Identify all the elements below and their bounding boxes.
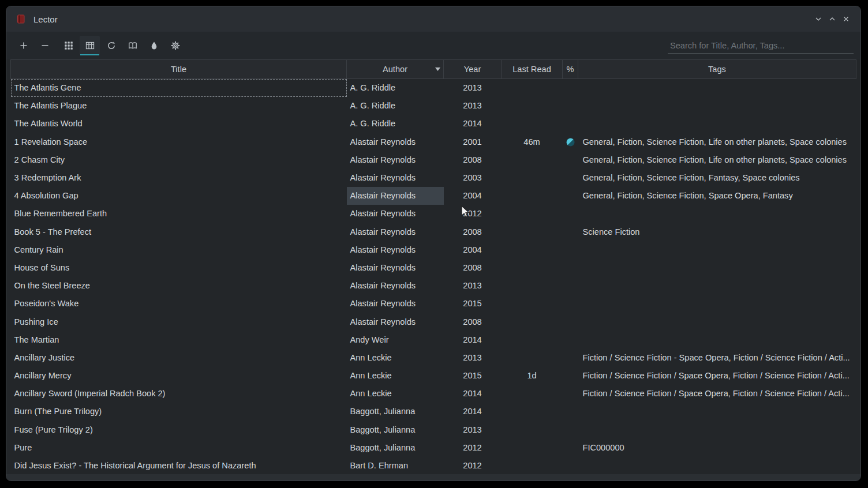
book-author-cell[interactable]: Alastair Reynolds xyxy=(347,313,444,331)
column-header-last_read[interactable]: Last Read xyxy=(502,60,563,79)
book-lastread-cell[interactable] xyxy=(502,403,563,421)
book-tags-cell[interactable]: General, Fiction, Science Fiction, Life … xyxy=(578,151,856,168)
book-title-cell[interactable]: Pure xyxy=(11,438,347,456)
book-year-cell[interactable]: 2004 xyxy=(444,241,502,258)
book-lastread-cell[interactable] xyxy=(502,331,563,348)
book-title-cell[interactable]: Ancillary Justice xyxy=(11,348,347,366)
book-lastread-cell[interactable] xyxy=(502,187,563,205)
book-author-cell[interactable]: Ann Leckie xyxy=(347,385,444,403)
table-row[interactable]: PureBaggott, Julianna2012FIC000000 xyxy=(11,438,856,456)
book-title-cell[interactable]: 1 Revelation Space xyxy=(11,133,347,151)
table-row[interactable]: Century RainAlastair Reynolds2004 xyxy=(11,241,856,258)
book-progress-cell[interactable] xyxy=(563,258,578,276)
book-year-cell[interactable]: 2015 xyxy=(444,367,502,385)
book-progress-cell[interactable] xyxy=(563,187,578,205)
table-row[interactable]: Fuse (Pure Trilogy 2)Baggott, Julianna20… xyxy=(11,421,856,438)
book-title-cell[interactable]: Did Jesus Exist? - The Historical Argume… xyxy=(11,456,347,474)
column-header-percent[interactable]: % xyxy=(563,60,578,79)
book-title-cell[interactable]: House of Suns xyxy=(11,258,347,276)
book-lastread-cell[interactable] xyxy=(502,205,563,223)
book-title-cell[interactable]: Burn (The Pure Trilogy) xyxy=(11,403,347,421)
column-header-tags[interactable]: Tags xyxy=(578,60,856,79)
book-author-cell[interactable]: Alastair Reynolds xyxy=(347,223,444,241)
book-title-cell[interactable]: 4 Absolution Gap xyxy=(11,187,347,205)
book-progress-cell[interactable] xyxy=(563,456,578,474)
book-lastread-cell[interactable] xyxy=(502,79,563,97)
book-tags-cell[interactable] xyxy=(578,79,856,97)
book-title-cell[interactable]: The Atlantis Gene xyxy=(11,79,347,97)
book-title-cell[interactable]: Blue Remembered Earth xyxy=(11,205,347,223)
book-author-cell[interactable]: Bart D. Ehrman xyxy=(347,456,444,474)
book-lastread-cell[interactable]: 46m xyxy=(502,133,563,151)
table-row[interactable]: The Atlantis PlagueA. G. Riddle2013 xyxy=(11,97,856,115)
book-year-cell[interactable]: 2003 xyxy=(444,168,502,186)
book-lastread-cell[interactable] xyxy=(502,295,563,313)
book-author-cell[interactable]: Alastair Reynolds xyxy=(347,133,444,151)
book-lastread-cell[interactable] xyxy=(502,258,563,276)
book-lastread-cell[interactable] xyxy=(502,277,563,295)
book-author-cell[interactable]: A. G. Riddle xyxy=(347,97,444,115)
book-progress-cell[interactable] xyxy=(563,313,578,331)
table-row[interactable]: Poseidon's WakeAlastair Reynolds2015 xyxy=(11,295,856,313)
book-tags-cell[interactable] xyxy=(578,456,856,474)
book-year-cell[interactable]: 2001 xyxy=(444,133,502,151)
book-tags-cell[interactable]: Science Fiction xyxy=(578,223,856,241)
book-progress-cell[interactable] xyxy=(563,277,578,295)
book-lastread-cell[interactable] xyxy=(502,241,563,258)
table-row[interactable]: 3 Redemption ArkAlastair Reynolds2003Gen… xyxy=(11,168,856,186)
book-year-cell[interactable]: 2008 xyxy=(444,258,502,276)
book-year-cell[interactable]: 2013 xyxy=(444,348,502,366)
table-row[interactable]: Burn (The Pure Trilogy)Baggott, Julianna… xyxy=(11,403,856,421)
book-year-cell[interactable]: 2014 xyxy=(444,115,502,133)
book-tags-cell[interactable]: FIC000000 xyxy=(578,438,856,456)
book-tags-cell[interactable] xyxy=(578,403,856,421)
book-author-cell[interactable]: Alastair Reynolds xyxy=(347,168,444,186)
table-row[interactable]: Book 5 - The PrefectAlastair Reynolds200… xyxy=(11,223,856,241)
table-row[interactable]: On the Steel BreezeAlastair Reynolds2013 xyxy=(11,277,856,295)
book-lastread-cell[interactable] xyxy=(502,115,563,133)
table-row[interactable]: 4 Absolution GapAlastair Reynolds2004Gen… xyxy=(11,187,856,205)
book-lastread-cell[interactable] xyxy=(502,223,563,241)
book-author-cell[interactable]: Ann Leckie xyxy=(347,367,444,385)
book-author-cell[interactable]: Alastair Reynolds xyxy=(347,295,444,313)
book-title-cell[interactable]: 2 Chasm City xyxy=(11,151,347,168)
book-year-cell[interactable]: 2008 xyxy=(444,313,502,331)
book-year-cell[interactable]: 2008 xyxy=(444,151,502,168)
book-progress-cell[interactable] xyxy=(563,79,578,97)
book-lastread-cell[interactable] xyxy=(502,151,563,168)
book-progress-cell[interactable] xyxy=(563,295,578,313)
book-title-cell[interactable]: On the Steel Breeze xyxy=(11,277,347,295)
book-tags-cell[interactable] xyxy=(578,277,856,295)
book-author-cell[interactable]: Andy Weir xyxy=(347,331,444,348)
book-title-cell[interactable]: Ancillary Mercy xyxy=(11,367,347,385)
table-row[interactable]: Ancillary MercyAnn Leckie20151dFiction /… xyxy=(11,367,856,385)
book-tags-cell[interactable] xyxy=(578,295,856,313)
book-tags-cell[interactable]: General, Fiction, Science Fiction, Space… xyxy=(578,187,856,205)
settings-button[interactable] xyxy=(165,36,185,55)
reload-library-button[interactable] xyxy=(101,36,121,55)
cover-view-button[interactable] xyxy=(58,36,78,55)
book-author-cell[interactable]: A. G. Riddle xyxy=(347,115,444,133)
search-input[interactable] xyxy=(668,37,854,54)
book-lastread-cell[interactable]: 1d xyxy=(502,367,563,385)
book-author-cell[interactable]: Alastair Reynolds xyxy=(347,187,444,205)
book-title-cell[interactable]: 3 Redemption Ark xyxy=(11,168,347,186)
book-author-cell[interactable]: Baggott, Julianna xyxy=(347,421,444,438)
book-lastread-cell[interactable] xyxy=(502,97,563,115)
book-progress-cell[interactable] xyxy=(563,367,578,385)
book-lastread-cell[interactable] xyxy=(502,438,563,456)
table-row[interactable]: Did Jesus Exist? - The Historical Argume… xyxy=(11,456,856,474)
book-year-cell[interactable]: 2014 xyxy=(444,403,502,421)
book-author-cell[interactable]: Alastair Reynolds xyxy=(347,151,444,168)
table-view-button[interactable] xyxy=(80,36,100,55)
library-view-button[interactable] xyxy=(122,36,143,55)
book-lastread-cell[interactable] xyxy=(502,421,563,438)
book-year-cell[interactable]: 2014 xyxy=(444,385,502,403)
close-button[interactable] xyxy=(841,14,851,24)
table-row[interactable]: House of SunsAlastair Reynolds2008 xyxy=(11,258,856,276)
table-row[interactable]: Blue Remembered EarthAlastair Reynolds20… xyxy=(11,205,856,223)
book-author-cell[interactable]: Baggott, Julianna xyxy=(347,403,444,421)
book-year-cell[interactable]: 2004 xyxy=(444,187,502,205)
book-year-cell[interactable]: 2013 xyxy=(444,421,502,438)
book-title-cell[interactable]: Century Rain xyxy=(11,241,347,258)
